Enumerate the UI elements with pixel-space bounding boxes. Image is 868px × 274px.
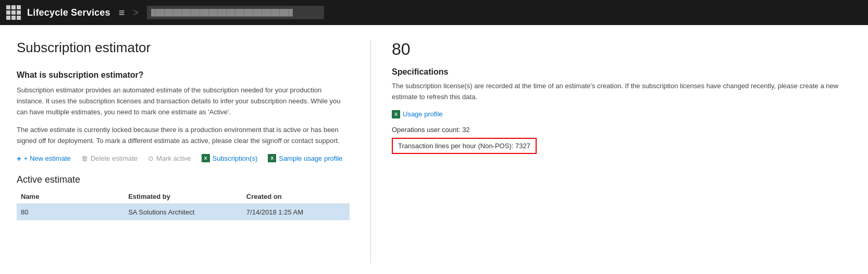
breadcrumb-separator: > (133, 7, 139, 18)
excel-icon-usage: X (392, 110, 400, 118)
subscriptions-button[interactable]: X Subscription(s) (202, 154, 258, 162)
description-2: The active estimate is currently locked … (17, 125, 350, 147)
breadcrumb: ████████████████████████████████ (147, 6, 324, 19)
hamburger-icon[interactable]: ≡ (119, 7, 125, 19)
delete-estimate-button[interactable]: 🗑 Delete estimate (81, 154, 138, 162)
trash-icon: 🗑 (81, 154, 88, 162)
estimate-number: 80 (392, 40, 851, 59)
what-is-title: What is subscription estimator? (17, 70, 350, 80)
sample-usage-profile-button[interactable]: X Sample usage profile (268, 154, 342, 162)
new-estimate-icon: + (17, 154, 21, 163)
cell-estimated-by: SA Solutions Architect (124, 204, 242, 220)
usage-profile-link[interactable]: X Usage profile (392, 110, 851, 118)
col-header-estimated-by: Estimated by (124, 190, 242, 204)
sample-usage-profile-label: Sample usage profile (279, 154, 342, 162)
breadcrumb-text: ████████████████████████████████ (151, 9, 293, 16)
operations-user-count: Operations user count: 32 (392, 126, 851, 134)
usage-profile-label: Usage profile (403, 110, 443, 118)
topbar: Lifecycle Services ≡ > █████████████████… (0, 0, 868, 25)
cell-created-on: 7/14/2018 1:25 AM (242, 204, 350, 220)
new-estimate-label: + New estimate (24, 154, 71, 162)
mark-active-icon: ⊙ (148, 154, 154, 162)
mark-active-button[interactable]: ⊙ Mark active (148, 154, 191, 162)
spec-description: The subscription license(s) are recorded… (392, 81, 851, 103)
main-content: Subscription estimator What is subscript… (0, 25, 868, 274)
cell-name: 80 (17, 204, 124, 220)
app-grid-icon[interactable] (6, 5, 21, 20)
delete-estimate-label: Delete estimate (91, 154, 138, 162)
page-title: Subscription estimator (17, 40, 350, 56)
col-header-name: Name (17, 190, 124, 204)
mark-active-label: Mark active (156, 154, 191, 162)
description-1: Subscription estimator provides an autom… (17, 85, 350, 117)
active-estimate-title: Active estimate (17, 174, 350, 185)
excel-icon-subscriptions: X (202, 154, 210, 162)
new-estimate-button[interactable]: + + New estimate (17, 154, 71, 163)
left-panel: Subscription estimator What is subscript… (17, 40, 371, 264)
toolbar: + + New estimate 🗑 Delete estimate ⊙ Mar… (17, 154, 350, 163)
app-title: Lifecycle Services (27, 7, 110, 18)
excel-icon-sample: X (268, 154, 276, 162)
col-header-created-on: Created on (242, 190, 350, 204)
transaction-lines-value: Transaction lines per hour (Non-POS): 73… (392, 138, 537, 154)
right-panel: 80 Specifications The subscription licen… (371, 40, 851, 264)
estimate-table: Name Estimated by Created on 80 (17, 190, 350, 220)
table-row[interactable]: 80 SA Solutions Architect 7/14/2018 1:25… (17, 204, 350, 220)
transaction-lines-highlighted: Transaction lines per hour (Non-POS): 73… (392, 138, 851, 154)
spec-title: Specifications (392, 67, 851, 77)
subscriptions-label: Subscription(s) (213, 154, 258, 162)
